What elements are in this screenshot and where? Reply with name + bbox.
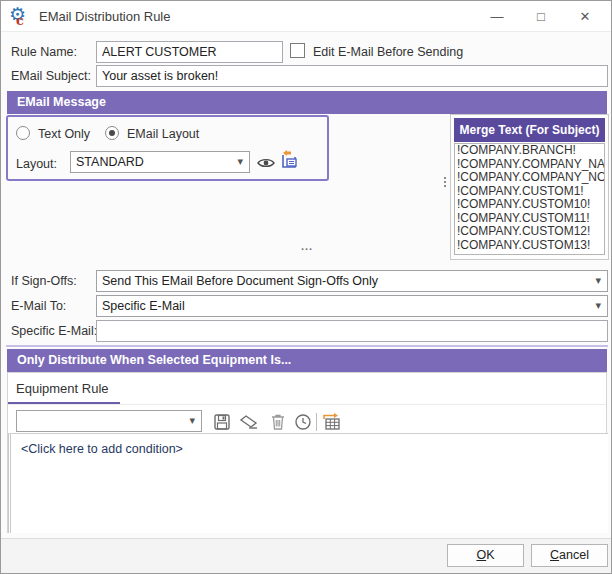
merge-item[interactable]: !COMPANY.CUSTOM11! (455, 212, 604, 226)
email-layout-label: EMail Layout (127, 127, 199, 141)
merge-text-list[interactable]: !COMPANY.BRANCH! !COMPANY.COMPANY_NAME! … (454, 143, 605, 255)
equipment-section-header: Only Distribute When Selected Equipment … (7, 349, 607, 372)
rule-name-label: Rule Name: (11, 45, 77, 59)
email-message-header: EMail Message (7, 91, 607, 114)
trash-icon[interactable] (267, 411, 289, 433)
merge-text-header: Merge Text (For Subject) (454, 118, 605, 142)
window-title: EMail Distribution Rule (39, 1, 171, 32)
cancel-button[interactable]: Cancel (531, 544, 608, 567)
specific-email-input[interactable] (96, 320, 608, 342)
eraser-icon[interactable] (238, 411, 260, 433)
edit-before-sending-checkbox[interactable] (290, 43, 305, 58)
merge-item[interactable]: !COMPANY.COMPANY_NAME! (455, 158, 604, 172)
merge-text-panel: Merge Text (For Subject) !COMPANY.BRANCH… (450, 114, 609, 260)
if-sign-offs-combobox[interactable]: Send This EMail Before Document Sign-Off… (96, 270, 608, 292)
horizontal-splitter-handle[interactable]: ... (289, 240, 325, 252)
saved-rule-combobox[interactable]: ▾ (16, 410, 202, 432)
email-layout-radio[interactable] (105, 126, 119, 140)
rule-grid-icon[interactable] (321, 411, 343, 433)
maximize-button[interactable]: □ (519, 1, 563, 32)
merge-item[interactable]: !COMPANY.CUSTOM10! (455, 198, 604, 212)
edit-before-sending-label: Edit E-Mail Before Sending (313, 45, 463, 59)
email-message-groupbox: Text Only EMail Layout Layout: STANDARD … (6, 115, 329, 181)
chevron-down-icon: ▾ (237, 155, 243, 168)
title-bar[interactable]: ⚙ c EMail Distribution Rule — □ ✕ (1, 1, 611, 32)
merge-item[interactable]: !COMPANY.BRANCH! (455, 144, 604, 158)
preview-eye-icon[interactable] (255, 152, 277, 174)
email-to-combobox[interactable]: Specific E-Mail ▾ (96, 295, 608, 317)
ok-button[interactable]: OK (447, 544, 524, 567)
vertical-splitter-grip[interactable] (442, 177, 448, 187)
text-only-radio[interactable] (16, 126, 30, 140)
footer-bar: OK Cancel (1, 539, 611, 574)
section-divider (6, 345, 608, 347)
chevron-down-icon: ▾ (595, 299, 601, 312)
clock-icon[interactable] (292, 411, 314, 433)
email-distribution-rule-dialog: ⚙ c EMail Distribution Rule — □ ✕ Rule N… (0, 0, 612, 574)
minimize-button[interactable]: — (475, 1, 519, 32)
equipment-rule-panel: Equipment Rule ▾ (7, 372, 607, 533)
email-subject-input[interactable] (96, 65, 608, 87)
layout-combobox[interactable]: STANDARD ▾ (70, 151, 250, 173)
text-only-label: Text Only (38, 127, 90, 141)
merge-item[interactable]: !COMPANY.CUSTOM13! (455, 239, 604, 253)
merge-item[interactable]: !COMPANY.CUSTOM12! (455, 225, 604, 239)
tab-equipment-rule[interactable]: Equipment Rule (16, 381, 109, 396)
condition-area[interactable]: <Click here to add condition> (8, 433, 608, 533)
if-sign-offs-label: If Sign-Offs: (11, 274, 77, 288)
app-gear-icon: ⚙ c (9, 5, 31, 27)
toolbar-separator (316, 413, 317, 431)
merge-item[interactable]: !COMPANY.CUSTOM1! (455, 185, 604, 199)
email-subject-label: EMail Subject: (11, 69, 91, 83)
chevron-down-icon: ▾ (595, 274, 601, 287)
layout-label: Layout: (16, 157, 57, 171)
save-icon[interactable] (211, 411, 233, 433)
close-button[interactable]: ✕ (563, 1, 607, 32)
rule-name-input[interactable] (96, 41, 283, 63)
specific-email-label: Specific E-Mail: (11, 324, 97, 338)
merge-item[interactable]: !COMPANY.COMPANY_NOTE! (455, 171, 604, 185)
email-to-label: E-Mail To: (11, 299, 66, 313)
paste-layout-icon[interactable] (278, 148, 300, 170)
add-condition-link[interactable]: <Click here to add condition> (21, 442, 183, 456)
chevron-down-icon: ▾ (189, 414, 195, 427)
